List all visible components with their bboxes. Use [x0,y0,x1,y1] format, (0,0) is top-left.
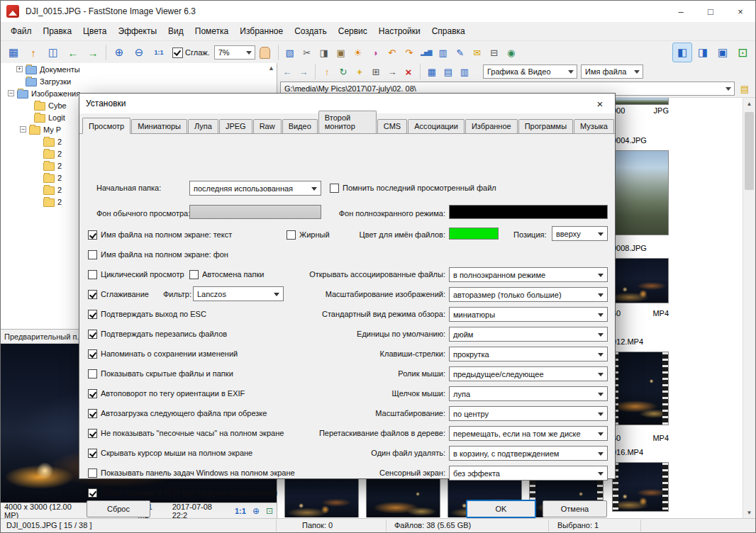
show-hidden-checkbox[interactable]: Показывать скрытые файлы и папки [88,368,233,379]
position-select[interactable]: вверху [552,226,608,241]
menu-edit[interactable]: Правка [38,26,78,36]
tab-raw[interactable]: Raw [253,119,282,133]
clone-icon[interactable]: ◨ [316,43,332,62]
tree-item-downloads[interactable]: Загрузки [1,75,277,87]
remember-last-checkbox[interactable]: Помнить последний просмотренный файл [330,182,496,193]
smoothing-checkbox[interactable]: Сглаживание [88,288,149,300]
loop-view-checkbox[interactable]: Циклический просмотр [88,269,184,280]
resize-icon[interactable]: ▧ [282,43,298,62]
tab-associations[interactable]: Ассоциации [408,119,465,133]
delete-single-select[interactable]: в корзину, с подтверждением [449,446,608,461]
brightness-icon[interactable]: ☀ [350,43,366,62]
video-thumbnail-image[interactable] [612,462,669,512]
thumbnail-name[interactable]: 0004.JPG [612,136,647,145]
open-folder-icon[interactable]: ↑ [24,43,43,62]
menu-favorites[interactable]: Избранное [234,26,289,36]
redo-icon[interactable]: ↷ [401,43,417,62]
tab-thumbnails[interactable]: Миниатюры [131,119,187,133]
menu-tag[interactable]: Пометка [189,26,235,36]
mouse-click-select[interactable]: лупа [449,386,608,401]
thumbnail-name[interactable]: 0008.JPG [612,244,647,252]
minimize-button[interactable]: – [666,1,696,22]
capture-icon[interactable]: ◉ [504,43,519,62]
preview-fit-icon[interactable]: ⊡ [266,506,273,516]
tab-cms[interactable]: CMS [377,119,407,133]
thumbnail-image[interactable] [612,258,669,303]
delete-icon[interactable]: × [401,64,416,79]
thumbnail-image[interactable] [284,478,359,517]
menu-tools[interactable]: Сервис [333,26,373,36]
tree-item-documents[interactable]: + Документы [1,63,277,75]
tree-scroll-up-icon[interactable]: ▲ [268,64,274,72]
browse-view-select[interactable]: миниатюры [449,307,608,322]
thumbnail-name[interactable]: 016.MP4 [612,448,643,456]
nav-back-icon[interactable]: ← [279,64,295,79]
tab-magnifier[interactable]: Лупа [188,119,218,133]
menu-colors[interactable]: Цвета [77,26,112,36]
nav-forward-icon[interactable]: → [296,64,311,79]
histogram-icon[interactable]: ▂▅▇ [418,43,434,62]
reset-position-checkbox[interactable]: Сброс позиции в (0,0) при загрузке изобр… [88,487,277,498]
ok-button[interactable]: OK [466,500,536,518]
start-folder-select[interactable]: последняя использованная [189,181,321,196]
tab-music[interactable]: Музыка [574,119,614,133]
bg-fullscreen-color-swatch[interactable] [449,205,608,219]
refresh-icon[interactable]: ↻ [335,64,351,79]
folder-tree-toggle-icon[interactable]: ▤ [737,82,752,96]
menu-effects[interactable]: Эффекты [113,26,163,36]
layout-browser-icon[interactable]: ◧ [672,43,692,62]
confirm-esc-checkbox[interactable]: Подтверждать выход по ESC [88,308,206,320]
tab-view[interactable]: Просмотр [82,118,130,134]
remind-save-checkbox[interactable]: Напоминать о сохранении изменений [88,348,238,359]
email-icon[interactable]: ✉ [469,43,485,62]
thumbnail-image[interactable] [366,478,440,517]
new-folder-icon[interactable]: + [352,64,367,79]
reset-button[interactable]: Сброс [87,500,150,517]
crop-icon[interactable]: ✂ [299,43,315,62]
dialog-close-icon[interactable]: × [585,94,615,113]
cancel-button[interactable]: Отмена [543,500,607,517]
video-thumbnail-image[interactable] [612,352,669,425]
filename-text-checkbox[interactable]: Имя файла на полном экране: текст [88,229,232,240]
img-scaling-select[interactable]: авторазмер (только большие) [449,287,608,302]
actual-size-icon[interactable]: 1:1 [150,43,168,62]
menu-create[interactable]: Создать [289,26,333,36]
tab-second-monitor[interactable]: Второй монитор [318,111,377,133]
expander-icon[interactable]: + [16,66,23,72]
forward-icon[interactable]: → [84,43,102,62]
smooth-checkbox[interactable] [172,47,183,58]
move-icon[interactable]: → [384,64,400,79]
filename-color-swatch[interactable] [449,228,499,240]
menu-settings[interactable]: Настройки [373,26,426,36]
maximize-button[interactable]: □ [696,1,726,22]
browser-scrollbar[interactable]: ▲ ▼ [743,98,755,519]
copy-icon[interactable]: ⊞ [368,64,384,79]
zoom-in-icon[interactable]: ⊕ [110,43,128,62]
zooming-select[interactable]: по центру [449,406,608,421]
browser-icon[interactable]: ▦ [4,43,23,62]
units-select[interactable]: дюйм [449,327,608,342]
zoom-level-combobox[interactable]: 7% [214,45,255,60]
draw-icon[interactable]: ✎ [452,43,468,62]
tab-programs[interactable]: Программы [518,119,573,133]
expander-icon[interactable]: − [8,90,14,96]
back-icon[interactable]: ← [64,43,82,62]
thumbnail-image[interactable] [612,150,669,235]
view-list-icon[interactable]: ▤ [440,64,456,79]
canvas-icon[interactable]: ▣ [333,43,349,62]
compare-icon[interactable]: ▥ [435,43,451,62]
zoom-out-icon[interactable]: ⊖ [130,43,148,62]
close-button[interactable]: × [726,1,755,22]
thumbnail-name[interactable]: 012.MP4 [612,337,643,346]
layout-split-icon[interactable]: ▣ [713,43,732,62]
menu-view[interactable]: Вид [162,26,189,36]
expander-icon[interactable]: − [20,126,26,133]
open-assoc-select[interactable]: в полноэкранном режиме [449,267,608,282]
sort-dropdown[interactable]: Имя файла [581,64,643,79]
tab-favorites[interactable]: Избранное [465,119,518,133]
view-thumbnails-icon[interactable]: ▦ [424,64,440,79]
thumbnail-image[interactable] [612,98,669,105]
save-icon[interactable]: ◫ [44,43,62,62]
preview-zoom-icon[interactable]: ⊕ [252,506,260,516]
mouse-wheel-select[interactable]: предыдущее/следующее [449,366,608,381]
